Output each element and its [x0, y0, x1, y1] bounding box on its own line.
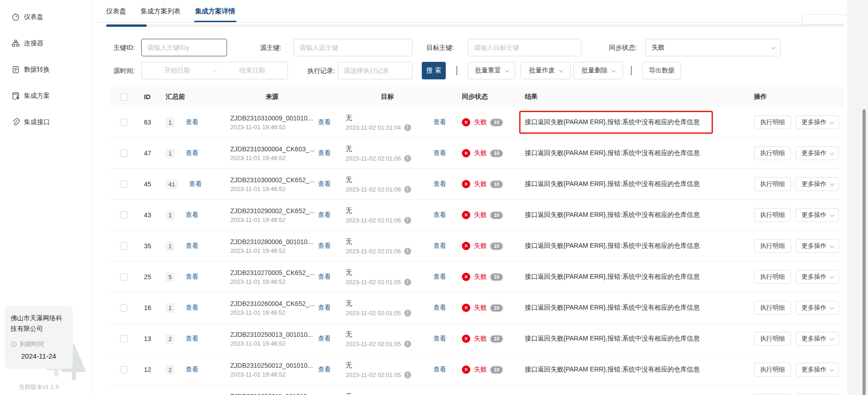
status-fail-label: 失败 [474, 304, 487, 312]
view-target-link[interactable]: 查看 [433, 304, 446, 312]
divider [456, 66, 457, 75]
row-checkbox[interactable] [120, 304, 127, 311]
more-actions-button[interactable]: 更多操作 [796, 363, 839, 377]
sidebar-item[interactable]: 集成方案 [0, 83, 92, 109]
view-target-link[interactable]: 查看 [433, 149, 446, 157]
view-target-link[interactable]: 查看 [433, 211, 446, 219]
row-checkbox[interactable] [120, 119, 127, 126]
view-source-link[interactable]: 查看 [318, 335, 331, 343]
batch-delete-button[interactable]: 批量删除 [573, 62, 623, 79]
source-time: 2023-11-01 19:46:52 [230, 247, 286, 254]
sidebar-item[interactable]: 数据转换 [0, 56, 92, 83]
sidebar-item[interactable]: 集成接口 [0, 109, 92, 135]
view-target-link[interactable]: 查看 [433, 273, 446, 281]
more-actions-button[interactable]: 更多操作 [796, 146, 839, 160]
view-source-link[interactable]: 查看 [318, 242, 331, 250]
exec-detail-button[interactable]: 执行明细 [754, 301, 791, 315]
row-checkbox[interactable] [120, 180, 127, 188]
select-all-checkbox[interactable] [120, 93, 127, 101]
exec-detail-button[interactable]: 执行明细 [754, 146, 791, 160]
batch-reset-button[interactable]: 批量重置 [468, 62, 515, 79]
horizontal-scrollbar[interactable] [105, 24, 844, 27]
view-source-link[interactable]: 查看 [318, 365, 331, 374]
retry-count-badge: 10 [491, 181, 503, 188]
view-pre-link[interactable]: 查看 [186, 149, 198, 157]
batch-void-button[interactable]: 批量作废 [521, 62, 570, 79]
tab-solution-list[interactable]: 集成方案列表 [140, 7, 182, 22]
date-range-picker[interactable]: 开始日期 ~ 结束日期 [141, 62, 288, 79]
exec-record-input[interactable] [338, 62, 413, 79]
info-icon[interactable]: ! [404, 217, 411, 224]
view-pre-link[interactable]: 查看 [189, 180, 202, 188]
view-pre-link[interactable]: 查看 [186, 335, 198, 343]
source-key-input[interactable] [293, 39, 413, 56]
exec-detail-button[interactable]: 执行明细 [754, 270, 791, 284]
pre-count-badge: 41 [166, 180, 178, 189]
view-source-link[interactable]: 查看 [318, 118, 331, 126]
view-target-link[interactable]: 查看 [433, 242, 446, 250]
more-actions-button[interactable]: 更多操作 [796, 332, 839, 346]
view-pre-link[interactable]: 查看 [186, 365, 198, 374]
info-icon[interactable]: ! [404, 310, 411, 317]
fail-x-icon: × [462, 335, 470, 343]
view-source-link[interactable]: 查看 [318, 180, 331, 188]
row-checkbox[interactable] [120, 150, 127, 157]
view-source-link[interactable]: 查看 [318, 149, 331, 157]
view-pre-link[interactable]: 查看 [186, 304, 198, 312]
exec-detail-button[interactable]: 执行明细 [754, 332, 791, 346]
view-source-link[interactable]: 查看 [318, 273, 331, 281]
divider [631, 66, 632, 75]
horizontal-scrollbar-thumb[interactable] [106, 24, 147, 27]
view-pre-link[interactable]: 查看 [186, 118, 198, 126]
exec-detail-button[interactable]: 执行明细 [754, 177, 791, 191]
tab-solution-detail[interactable]: 集成方案详情 [194, 7, 236, 22]
partial-button[interactable] [802, 14, 848, 24]
info-icon[interactable]: ! [404, 124, 411, 131]
row-checkbox[interactable] [120, 335, 127, 342]
source-time: 2023-11-01 19:46:52 [230, 155, 286, 162]
view-pre-link[interactable]: 查看 [186, 211, 198, 219]
sidebar-item[interactable]: 仪表盘 [0, 4, 92, 30]
info-icon[interactable]: ! [404, 155, 411, 162]
view-pre-link[interactable]: 查看 [186, 242, 198, 250]
more-actions-button[interactable]: 更多操作 [796, 239, 839, 253]
view-source-link[interactable]: 查看 [318, 304, 331, 312]
target-key-label: 目标主键: [426, 39, 454, 56]
more-actions-button[interactable]: 更多操作 [796, 301, 839, 315]
retry-count-badge: 10 [491, 274, 503, 281]
vertical-scrollbar-thumb[interactable] [862, 109, 866, 395]
row-checkbox[interactable] [120, 242, 127, 250]
search-button[interactable]: 搜 索 [422, 62, 446, 79]
more-actions-button[interactable]: 更多操作 [796, 270, 839, 284]
chevron-down-icon [611, 68, 616, 72]
view-pre-link[interactable]: 查看 [186, 273, 198, 281]
row-checkbox[interactable] [120, 366, 127, 373]
exec-detail-button[interactable]: 执行明细 [754, 363, 791, 377]
exec-detail-button[interactable]: 执行明细 [754, 239, 791, 253]
export-data-button[interactable]: 导出数据 [642, 62, 681, 79]
exec-detail-button[interactable]: 执行明细 [754, 208, 791, 222]
target-key-input[interactable] [468, 39, 581, 56]
source-time: 2023-11-01 19:46:52 [230, 278, 286, 285]
more-actions-button[interactable]: 更多操作 [796, 177, 839, 191]
info-icon[interactable]: ! [404, 279, 411, 286]
row-checkbox[interactable] [120, 211, 127, 219]
more-actions-button[interactable]: 更多操作 [796, 115, 839, 129]
info-icon[interactable]: ! [404, 186, 411, 193]
more-actions-button[interactable]: 更多操作 [796, 208, 839, 222]
view-target-link[interactable]: 查看 [433, 118, 446, 126]
view-target-link[interactable]: 查看 [433, 365, 446, 374]
view-target-link[interactable]: 查看 [433, 180, 446, 188]
info-icon[interactable]: ! [404, 341, 411, 347]
tab-dashboard[interactable]: 仪表盘 [105, 7, 127, 22]
view-source-link[interactable]: 查看 [318, 211, 331, 219]
exec-detail-button[interactable]: 执行明细 [754, 115, 791, 129]
info-icon[interactable]: ! [404, 248, 411, 255]
sync-status-select[interactable]: 失败 [645, 39, 781, 56]
row-checkbox[interactable] [120, 273, 127, 281]
info-icon[interactable]: ! [404, 371, 411, 378]
fail-x-icon: × [462, 149, 470, 157]
sidebar-item[interactable]: 连接器 [0, 30, 92, 56]
view-target-link[interactable]: 查看 [433, 335, 446, 343]
primary-id-input[interactable] [141, 39, 227, 56]
